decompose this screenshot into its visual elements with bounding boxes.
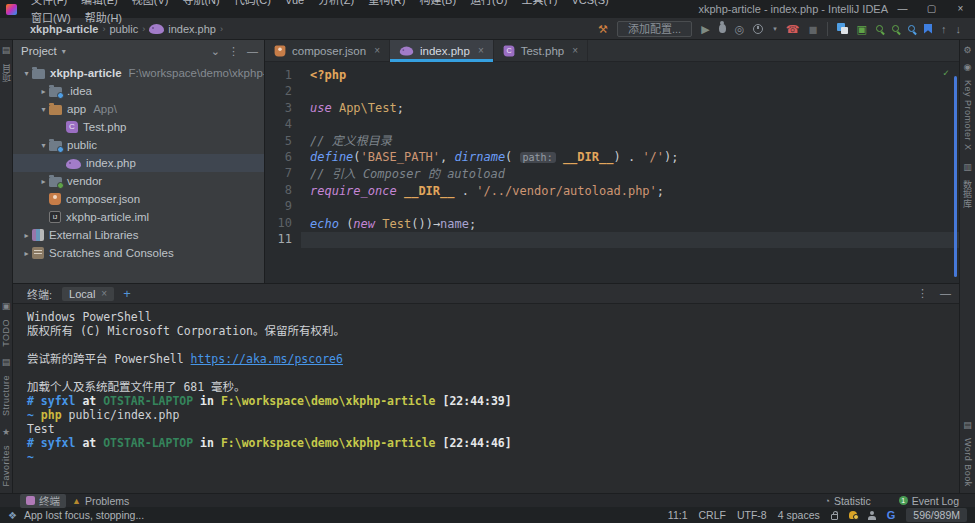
terminal-tab-local[interactable]: Local × bbox=[62, 287, 114, 301]
caret-position-widget[interactable]: 11:1 bbox=[668, 509, 688, 521]
codeglance-icon[interactable]: ▣ bbox=[857, 22, 867, 36]
chevron-closed-icon[interactable]: ▸ bbox=[21, 249, 32, 258]
debug-bug-icon[interactable] bbox=[719, 24, 726, 33]
menu-item-视图[interactable]: 视图(V) bbox=[125, 0, 176, 6]
tab-Test.php[interactable]: CTest.php× bbox=[494, 40, 588, 61]
new-terminal-button[interactable]: + bbox=[123, 286, 131, 301]
search-blue-icon[interactable] bbox=[908, 25, 915, 32]
menu-item-重构[interactable]: 重构(R) bbox=[361, 0, 412, 6]
tab-composer.json[interactable]: composer.json× bbox=[265, 40, 390, 61]
minimize-button[interactable]: — bbox=[888, 0, 917, 18]
menu-item-代码[interactable]: 代码(C) bbox=[227, 0, 278, 6]
terminal-text: F:\workspace\demo\xkphp-article bbox=[221, 436, 436, 450]
folder-icon bbox=[49, 177, 62, 187]
run-coverage-icon[interactable]: ◎ bbox=[735, 22, 745, 36]
profiler-clock-icon[interactable] bbox=[753, 24, 763, 34]
tree-item[interactable]: ▾appApp\ bbox=[13, 100, 264, 118]
project-panel-title[interactable]: Project bbox=[21, 45, 57, 57]
google-translate-icon[interactable]: G bbox=[887, 509, 896, 521]
tree-item[interactable]: IJxkphp-article.iml bbox=[13, 208, 264, 226]
stripe-label-Key Promoter X[interactable]: Key Promoter X bbox=[963, 80, 973, 151]
stripe-label-Word Book[interactable]: Word Book bbox=[963, 438, 973, 487]
notification-bell-icon[interactable] bbox=[849, 511, 857, 519]
problems-toolwindow-button[interactable]: ▲ Problems bbox=[66, 494, 135, 508]
editor-code: <?php use App\Test; // 定义根目录define('BASE… bbox=[301, 67, 959, 283]
tree-item[interactable]: index.php bbox=[13, 154, 264, 172]
chevron-open-icon[interactable]: ▾ bbox=[21, 69, 32, 78]
tree-item[interactable]: CTest.php bbox=[13, 118, 264, 136]
chevron-closed-icon[interactable]: ▸ bbox=[38, 87, 49, 96]
line-number: 2 bbox=[265, 83, 292, 99]
chevron-closed-icon[interactable]: ▸ bbox=[38, 177, 49, 186]
terminal-link[interactable]: https://aka.ms/pscore6 bbox=[191, 352, 343, 366]
hide-panel-icon[interactable]: — bbox=[247, 45, 258, 58]
stop-icon[interactable]: ◼ bbox=[808, 22, 817, 36]
collapse-all-icon[interactable]: ⌄ bbox=[211, 45, 220, 58]
statistic-button[interactable]: ◔ Statistic bbox=[819, 494, 877, 508]
bookmark-icon[interactable] bbox=[924, 24, 932, 34]
translate-icon[interactable] bbox=[837, 23, 848, 34]
menu-item-工具[interactable]: 工具(T) bbox=[514, 0, 564, 6]
menu-item-文件[interactable]: 文件(F) bbox=[24, 0, 74, 6]
stripe-label-项目[interactable]: 项目 bbox=[0, 63, 13, 82]
tree-item[interactable]: ▸.idea bbox=[13, 82, 264, 100]
close-icon[interactable]: × bbox=[101, 288, 107, 299]
close-icon[interactable]: × bbox=[572, 45, 578, 56]
tree-item-label: Scratches and Consoles bbox=[49, 247, 174, 259]
lock-icon[interactable] bbox=[831, 514, 838, 520]
search-everywhere-icon[interactable] bbox=[876, 25, 883, 32]
build-hammer-icon[interactable]: ⚒ bbox=[598, 22, 608, 36]
event-log-button[interactable]: 1 Event Log bbox=[893, 494, 965, 508]
more-options-icon[interactable]: ⋮ bbox=[228, 45, 239, 58]
code-token: ()) bbox=[411, 217, 433, 231]
stripe-label-Favorites[interactable]: Favorites bbox=[1, 445, 11, 487]
memory-indicator[interactable]: 596/989M bbox=[906, 508, 967, 522]
menu-item-VCS[interactable]: VCS(S) bbox=[564, 0, 615, 6]
user-icon[interactable] bbox=[868, 516, 876, 520]
tool-window-switcher-icon[interactable]: ❖ bbox=[8, 510, 17, 521]
tree-item[interactable]: ▸vendor bbox=[13, 172, 264, 190]
menu-item-Vue[interactable]: Vue bbox=[278, 0, 311, 6]
tab-index.php[interactable]: index.php× bbox=[390, 40, 494, 61]
tree-item[interactable]: ▾xkphp-articleF:\workspace\demo\xkphp-ar… bbox=[13, 64, 264, 82]
close-icon[interactable]: × bbox=[374, 45, 380, 56]
attach-process-icon[interactable]: ☎ bbox=[786, 22, 800, 36]
close-button[interactable]: × bbox=[946, 0, 975, 18]
menu-item-运行[interactable]: 运行(U) bbox=[463, 0, 514, 6]
tree-item[interactable]: ▸Scratches and Consoles bbox=[13, 244, 264, 262]
terminal-hide-icon[interactable]: — bbox=[940, 287, 951, 300]
line-ending-widget[interactable]: CRLF bbox=[699, 509, 726, 521]
word-book-icon: ▤ bbox=[963, 420, 972, 430]
nav-up-icon[interactable]: ↑ bbox=[941, 22, 947, 36]
chevron-open-icon[interactable]: ▾ bbox=[38, 141, 49, 150]
menu-item-分析[interactable]: 分析(Z) bbox=[311, 0, 361, 6]
editor-scrollbar[interactable] bbox=[954, 76, 957, 277]
close-icon[interactable]: × bbox=[478, 45, 484, 56]
terminal-output[interactable]: Windows PowerShell版权所有 (C) Microsoft Cor… bbox=[13, 304, 959, 493]
breadcrumb-item[interactable]: xkphp-article bbox=[30, 23, 98, 35]
menu-item-导航[interactable]: 导航(N) bbox=[175, 0, 226, 6]
breadcrumb-item[interactable]: public bbox=[109, 23, 138, 35]
indent-widget[interactable]: 4 spaces bbox=[778, 509, 820, 521]
terminal-toolwindow-button[interactable]: 终端 bbox=[20, 494, 66, 508]
run-configuration-combo[interactable]: 添加配置... bbox=[617, 21, 692, 37]
terminal-options-icon[interactable]: ⋮ bbox=[917, 287, 928, 300]
nav-down-icon[interactable]: ↓ bbox=[956, 22, 962, 36]
code-token: App\Test bbox=[339, 101, 397, 115]
menu-item-构建[interactable]: 构建(B) bbox=[412, 0, 463, 6]
code-editor[interactable]: 1234567891011 <?php use App\Test; // 定义根… bbox=[265, 62, 959, 283]
tree-item[interactable]: ▸External Libraries bbox=[13, 226, 264, 244]
tree-item[interactable]: composer.json bbox=[13, 190, 264, 208]
menu-item-编辑[interactable]: 编辑(E) bbox=[74, 0, 125, 6]
tree-item[interactable]: ▾public bbox=[13, 136, 264, 154]
stripe-label-Structure[interactable]: Structure bbox=[1, 375, 11, 416]
breadcrumb-item[interactable]: index.php bbox=[168, 23, 216, 35]
run-icon[interactable]: ▶ bbox=[701, 22, 709, 36]
chevron-open-icon[interactable]: ▾ bbox=[38, 105, 49, 114]
stripe-label-数据库[interactable]: 数据库 bbox=[961, 180, 974, 209]
find-in-path-icon[interactable] bbox=[892, 25, 899, 32]
stripe-label-TODO[interactable]: TODO bbox=[1, 319, 11, 347]
maximize-button[interactable]: ▢ bbox=[917, 0, 946, 18]
encoding-widget[interactable]: UTF-8 bbox=[737, 509, 767, 521]
chevron-closed-icon[interactable]: ▸ bbox=[21, 231, 32, 240]
